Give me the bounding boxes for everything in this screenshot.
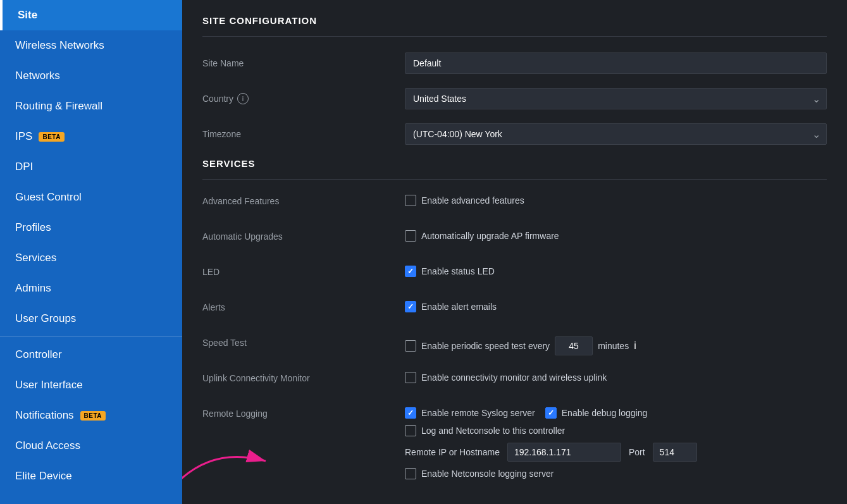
site-name-row: Site Name <box>202 52 827 75</box>
service-row-remote-logging: Remote Logging Enable remote Syslog serv… <box>202 407 827 479</box>
sidebar-divider <box>0 336 182 337</box>
site-name-input[interactable] <box>405 52 827 74</box>
sidebar-item-label-admins: Admins <box>15 282 51 295</box>
syslog-checkbox-label: Enable remote Syslog server <box>421 408 535 418</box>
alerts-checkbox-row: Enable alert emails <box>405 301 497 312</box>
timezone-row: Timezone (UTC-04:00) New York ⌄ <box>202 123 827 145</box>
speed-test-info-icon[interactable]: i <box>634 340 636 352</box>
site-name-label: Site Name <box>202 58 405 68</box>
remote-logging-controls: Enable remote Syslog server Enable debug… <box>405 407 827 479</box>
advanced-features-checkbox[interactable] <box>405 195 416 206</box>
remote-logging-inner: Enable remote Syslog server Enable debug… <box>405 407 697 479</box>
automatic-upgrades-label: Automatic Upgrades <box>202 230 405 242</box>
arrow-annotation <box>182 433 291 496</box>
sidebar-item-cloud-access[interactable]: Cloud Access <box>0 431 182 461</box>
services-section: SERVICES Advanced Features Enable advanc… <box>202 158 827 479</box>
country-select[interactable]: United States <box>405 88 827 109</box>
sidebar-item-user-groups[interactable]: User Groups <box>0 304 182 334</box>
site-name-control <box>405 52 827 74</box>
advanced-features-checkbox-row: Enable advanced features <box>405 195 524 206</box>
syslog-checkbox-row: Enable remote Syslog server <box>405 407 535 419</box>
main-content: SITE CONFIGURATION Site Name Country i U… <box>182 0 847 504</box>
sidebar-item-guest-control[interactable]: Guest Control <box>0 182 182 212</box>
enable-netconsole-checkbox-row: Enable Netconsole logging server <box>405 468 697 479</box>
sidebar-item-profiles[interactable]: Profiles <box>0 212 182 243</box>
service-row-alerts: Alerts Enable alert emails <box>202 301 827 324</box>
sidebar-item-label-cloud-access: Cloud Access <box>15 439 80 452</box>
service-row-advanced-features: Advanced Features Enable advanced featur… <box>202 195 827 218</box>
service-row-speed-test: Speed Test Enable periodic speed test ev… <box>202 336 827 359</box>
sidebar-item-controller[interactable]: Controller <box>0 340 182 370</box>
netconsole-checkbox[interactable] <box>405 425 416 436</box>
advanced-features-controls: Enable advanced features <box>405 195 827 206</box>
timezone-label: Timezone <box>202 129 405 139</box>
remote-ip-row: Remote IP or Hostname Port <box>405 443 697 462</box>
advanced-features-label: Advanced Features <box>202 195 405 206</box>
port-input[interactable] <box>653 443 697 462</box>
uplink-connectivity-controls: Enable connectivity monitor and wireless… <box>405 372 827 383</box>
sidebar-item-label-user-groups: User Groups <box>15 312 76 325</box>
sidebar-item-wireless-networks[interactable]: Wireless Networks <box>0 30 182 61</box>
sidebar-item-services[interactable]: Services <box>0 243 182 273</box>
automatic-upgrades-checkbox[interactable] <box>405 230 416 242</box>
syslog-checkbox[interactable] <box>405 407 416 419</box>
sidebar-item-label-profiles: Profiles <box>15 221 51 234</box>
enable-netconsole-checkbox[interactable] <box>405 468 416 479</box>
sidebar-item-networks[interactable]: Networks <box>0 61 182 91</box>
sidebar-item-ips[interactable]: IPSBETA <box>0 121 182 152</box>
sidebar-item-routing-firewall[interactable]: Routing & Firewall <box>0 91 182 121</box>
remote-logging-row1: Enable remote Syslog server Enable debug… <box>405 407 697 419</box>
led-checkbox[interactable] <box>405 266 416 277</box>
sidebar-item-label-elite-device: Elite Device <box>15 470 72 482</box>
sidebar-item-elite-device[interactable]: Elite Device <box>0 461 182 491</box>
enable-netconsole-checkbox-label: Enable Netconsole logging server <box>421 469 553 479</box>
service-row-automatic-upgrades: Automatic Upgrades Automatically upgrade… <box>202 230 827 253</box>
sidebar-item-label-controller: Controller <box>15 348 62 361</box>
uplink-connectivity-checkbox[interactable] <box>405 372 416 383</box>
sidebar-item-site[interactable]: Site <box>0 0 182 30</box>
led-controls: Enable status LED <box>405 266 827 277</box>
sidebar-item-dpi[interactable]: DPI <box>0 152 182 182</box>
led-label: LED <box>202 266 405 277</box>
speed-test-checkbox-label: Enable periodic speed test every <box>421 341 550 351</box>
advanced-features-checkbox-label: Enable advanced features <box>421 195 524 206</box>
timezone-select-wrapper: (UTC-04:00) New York ⌄ <box>405 123 827 145</box>
sidebar-item-label-wireless-networks: Wireless Networks <box>15 39 104 52</box>
sidebar-item-label-networks: Networks <box>15 70 60 82</box>
debug-logging-checkbox[interactable] <box>545 407 557 419</box>
remote-ip-input[interactable] <box>507 443 621 462</box>
speed-test-interval-input[interactable] <box>555 336 593 355</box>
sidebar-item-label-site: Site <box>18 9 37 22</box>
beta-badge-notifications: BETA <box>80 411 106 421</box>
service-row-led: LED Enable status LED <box>202 266 827 288</box>
service-row-uplink-connectivity: Uplink Connectivity Monitor Enable conne… <box>202 372 827 395</box>
speed-test-row: Enable periodic speed test every minutes… <box>405 336 636 355</box>
sidebar: SiteWireless NetworksNetworksRouting & F… <box>0 0 182 504</box>
alerts-checkbox-label: Enable alert emails <box>421 302 497 312</box>
sidebar-item-label-user-interface: User Interface <box>15 379 83 391</box>
country-info-icon[interactable]: i <box>237 93 249 104</box>
speed-test-checkbox[interactable] <box>405 340 416 352</box>
sidebar-item-user-interface[interactable]: User Interface <box>0 370 182 400</box>
speed-test-minutes-label: minutes <box>598 341 629 351</box>
speed-test-controls: Enable periodic speed test every minutes… <box>405 336 827 355</box>
sidebar-item-label-ips: IPS <box>15 130 32 143</box>
page-title: SITE CONFIGURATION <box>202 15 827 26</box>
alerts-controls: Enable alert emails <box>405 301 827 312</box>
port-label: Port <box>629 447 645 457</box>
led-checkbox-label: Enable status LED <box>421 266 495 276</box>
automatic-upgrades-checkbox-label: Automatically upgrade AP firmware <box>421 231 559 241</box>
country-select-wrapper: United States ⌄ <box>405 88 827 109</box>
beta-badge-ips: BETA <box>39 132 64 142</box>
timezone-select[interactable]: (UTC-04:00) New York <box>405 123 827 145</box>
alerts-label: Alerts <box>202 301 405 312</box>
sidebar-item-admins[interactable]: Admins <box>0 273 182 304</box>
sidebar-item-label-services: Services <box>15 252 56 264</box>
sidebar-item-notifications[interactable]: NotificationsBETA <box>0 400 182 431</box>
remote-ip-label: Remote IP or Hostname <box>405 447 500 457</box>
debug-logging-checkbox-label: Enable debug logging <box>562 408 647 418</box>
alerts-checkbox[interactable] <box>405 301 416 312</box>
speed-test-label: Speed Test <box>202 336 405 348</box>
sidebar-item-label-routing-firewall: Routing & Firewall <box>15 100 102 113</box>
uplink-connectivity-checkbox-label: Enable connectivity monitor and wireless… <box>421 372 607 383</box>
